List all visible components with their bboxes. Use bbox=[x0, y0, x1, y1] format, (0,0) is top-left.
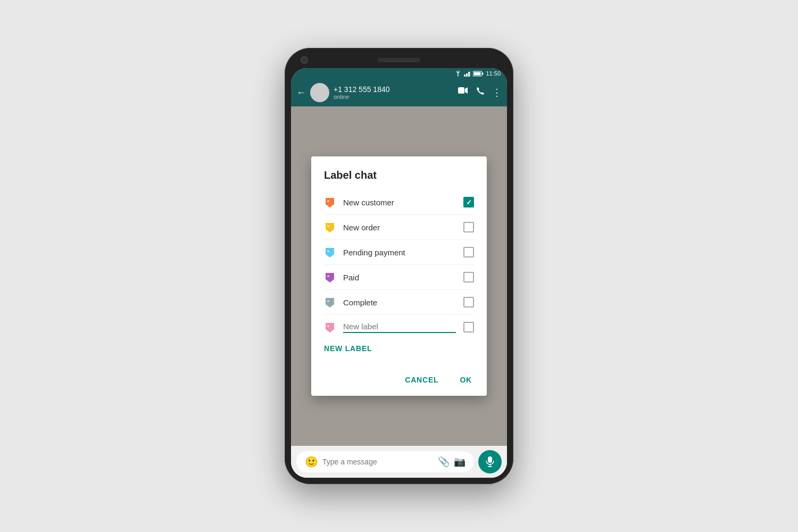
svg-rect-7 bbox=[474, 72, 481, 75]
label-chat-dialog: Label chat New customer bbox=[311, 156, 487, 396]
paid-label-icon bbox=[324, 271, 336, 283]
pending-payment-label-text: Pending payment bbox=[343, 248, 456, 257]
svg-point-13 bbox=[327, 300, 329, 302]
phone-device: 11:50 ← +1 312 555 1840 online bbox=[285, 48, 513, 484]
message-bar: 🙂 📎 📷 bbox=[291, 446, 507, 478]
new-customer-label-icon bbox=[324, 196, 336, 208]
label-item-new-order[interactable]: New order bbox=[311, 215, 487, 239]
contact-name: +1 312 555 1840 bbox=[334, 85, 454, 94]
new-order-label-icon bbox=[324, 221, 336, 233]
new-order-checkbox[interactable] bbox=[463, 222, 474, 232]
new-label-checkbox[interactable] bbox=[463, 322, 474, 332]
new-label-button[interactable]: NEW LABEL bbox=[324, 344, 372, 353]
svg-point-10 bbox=[327, 225, 329, 227]
ok-button[interactable]: OK bbox=[451, 370, 480, 389]
contact-status: online bbox=[334, 94, 454, 100]
status-bar: 11:50 bbox=[291, 68, 507, 79]
label-item-paid[interactable]: Paid bbox=[311, 265, 487, 289]
label-item-pending-payment[interactable]: Pending payment bbox=[311, 240, 487, 264]
battery-icon bbox=[473, 71, 484, 77]
new-label-input[interactable] bbox=[343, 322, 456, 333]
cancel-button[interactable]: CANCEL bbox=[396, 370, 447, 389]
new-label-icon bbox=[324, 321, 336, 333]
status-time: 11:50 bbox=[486, 70, 501, 77]
chat-area: Label chat New customer bbox=[291, 106, 507, 446]
label-list: New customer Ne bbox=[311, 190, 487, 339]
attachment-icon[interactable]: 📎 bbox=[438, 456, 450, 468]
svg-point-0 bbox=[458, 75, 459, 76]
speaker-grille bbox=[378, 58, 420, 62]
dialog-title: Label chat bbox=[311, 169, 487, 190]
more-options-icon[interactable]: ⋮ bbox=[492, 87, 502, 98]
message-input[interactable] bbox=[322, 458, 434, 466]
paid-label-text: Paid bbox=[343, 273, 456, 282]
label-item-new-customer[interactable]: New customer bbox=[311, 190, 487, 214]
svg-rect-8 bbox=[458, 87, 464, 94]
pending-payment-checkbox[interactable] bbox=[463, 247, 474, 257]
back-button[interactable]: ← bbox=[296, 87, 306, 98]
label-item-complete[interactable]: Complete bbox=[311, 290, 487, 314]
new-order-label-text: New order bbox=[343, 223, 456, 232]
chat-header: ← +1 312 555 1840 online ⋮ bbox=[291, 79, 507, 106]
camera-icon[interactable]: 📷 bbox=[454, 456, 466, 468]
pending-payment-label-icon bbox=[324, 246, 336, 258]
svg-point-9 bbox=[327, 200, 329, 202]
contact-avatar bbox=[310, 83, 329, 102]
signal-icon bbox=[464, 71, 471, 77]
complete-checkbox[interactable] bbox=[463, 297, 474, 307]
svg-point-11 bbox=[327, 250, 329, 252]
video-call-icon[interactable] bbox=[458, 87, 469, 98]
contact-info: +1 312 555 1840 online bbox=[334, 85, 454, 100]
svg-rect-4 bbox=[470, 71, 471, 77]
svg-rect-6 bbox=[483, 72, 484, 74]
mic-button[interactable] bbox=[478, 450, 502, 473]
camera-dot bbox=[301, 56, 308, 64]
svg-rect-15 bbox=[488, 456, 492, 463]
svg-point-14 bbox=[327, 325, 329, 327]
voice-call-icon[interactable] bbox=[476, 87, 485, 98]
complete-label-text: Complete bbox=[343, 298, 456, 307]
status-icons: 11:50 bbox=[454, 70, 501, 77]
dialog-actions: CANCEL OK bbox=[311, 366, 487, 396]
new-customer-checkbox[interactable] bbox=[463, 197, 474, 207]
mic-icon bbox=[485, 456, 495, 467]
svg-rect-1 bbox=[464, 74, 466, 77]
label-item-new-label[interactable] bbox=[311, 315, 487, 339]
phone-top-bar bbox=[291, 54, 507, 68]
emoji-icon[interactable]: 🙂 bbox=[305, 455, 318, 468]
svg-rect-3 bbox=[468, 72, 470, 77]
phone-screen: 11:50 ← +1 312 555 1840 online bbox=[291, 68, 507, 478]
wifi-icon bbox=[454, 71, 462, 77]
new-customer-label-text: New customer bbox=[343, 198, 456, 207]
message-input-area: 🙂 📎 📷 bbox=[296, 451, 474, 472]
svg-point-12 bbox=[327, 275, 329, 277]
complete-label-icon bbox=[324, 296, 336, 308]
new-label-action-area: NEW LABEL bbox=[311, 339, 487, 362]
header-action-icons: ⋮ bbox=[458, 87, 502, 98]
svg-rect-2 bbox=[466, 73, 468, 77]
dialog-overlay: Label chat New customer bbox=[291, 106, 507, 446]
paid-checkbox[interactable] bbox=[463, 272, 474, 282]
